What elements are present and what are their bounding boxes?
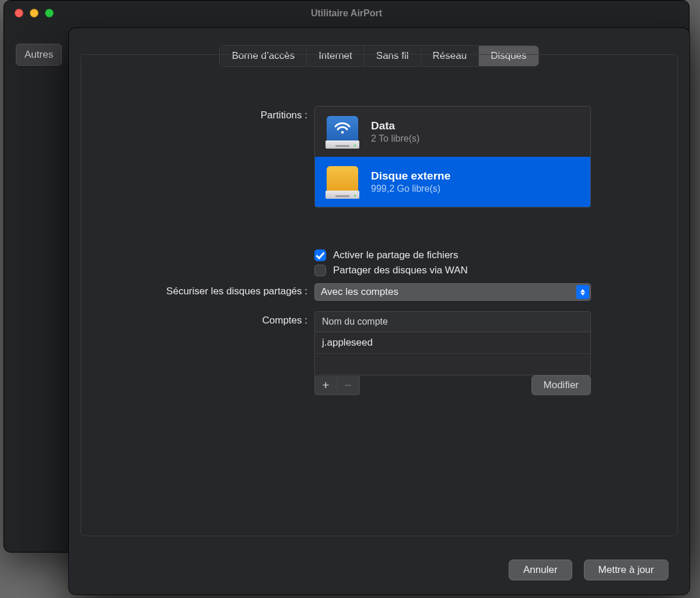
modify-account-button[interactable]: Modifier bbox=[531, 375, 591, 395]
partitions-label: Partitions : bbox=[104, 106, 314, 207]
add-account-button[interactable]: + bbox=[315, 376, 337, 395]
accounts-empty-row bbox=[315, 354, 590, 375]
window-title: Utilitaire AirPort bbox=[4, 1, 689, 26]
cancel-button[interactable]: Annuler bbox=[509, 560, 572, 581]
window-controls bbox=[15, 9, 54, 17]
accounts-header: Nom du compte bbox=[315, 312, 590, 332]
secure-disks-select[interactable]: Avec les comptes bbox=[314, 283, 591, 301]
external-disk-icon bbox=[324, 164, 360, 200]
partition-item-data[interactable]: Data 2 To libre(s) bbox=[315, 107, 590, 157]
enable-file-sharing-label: Activer le partage de fichiers bbox=[333, 249, 459, 261]
titlebar: Utilitaire AirPort bbox=[4, 1, 689, 26]
partition-free: 999,2 Go libre(s) bbox=[371, 184, 450, 194]
share-via-wan-row[interactable]: Partager des disques via WAN bbox=[314, 265, 591, 276]
secure-disks-label: Sécuriser les disques partagés : bbox=[104, 283, 314, 301]
chevron-up-down-icon bbox=[576, 285, 589, 299]
other-stations-button[interactable]: Autres bbox=[16, 44, 62, 66]
sheet-footer: Annuler Mettre à jour bbox=[69, 560, 690, 581]
secure-disks-value: Avec les comptes bbox=[321, 286, 398, 298]
zoom-window-icon[interactable] bbox=[45, 9, 54, 17]
partition-name: Disque externe bbox=[371, 170, 450, 182]
close-window-icon[interactable] bbox=[15, 9, 23, 17]
partition-name: Data bbox=[371, 119, 419, 132]
enable-file-sharing-checkbox[interactable] bbox=[314, 249, 326, 261]
update-button[interactable]: Mettre à jour bbox=[584, 560, 668, 581]
partitions-list[interactable]: Data 2 To libre(s) Disque externe bbox=[314, 106, 591, 207]
share-via-wan-checkbox[interactable] bbox=[314, 265, 326, 276]
partition-free: 2 To libre(s) bbox=[371, 133, 419, 144]
minimize-window-icon[interactable] bbox=[30, 9, 38, 17]
account-row[interactable]: j.appleseed bbox=[315, 332, 590, 354]
settings-sheet: Borne d’accès Internet Sans fil Réseau D… bbox=[69, 28, 690, 595]
share-via-wan-label: Partager des disques via WAN bbox=[333, 265, 468, 276]
airport-disk-icon bbox=[324, 114, 360, 150]
disks-panel: Partitions : bbox=[80, 54, 678, 536]
enable-file-sharing-row[interactable]: Activer le partage de fichiers bbox=[314, 249, 591, 261]
svg-point-0 bbox=[341, 131, 344, 134]
accounts-table[interactable]: Nom du compte j.appleseed bbox=[314, 311, 591, 375]
partition-item-external[interactable]: Disque externe 999,2 Go libre(s) bbox=[315, 157, 590, 207]
accounts-label: Comptes : bbox=[104, 311, 314, 395]
accounts-segmented-controls: + − bbox=[314, 376, 360, 395]
remove-account-button[interactable]: − bbox=[337, 376, 359, 395]
